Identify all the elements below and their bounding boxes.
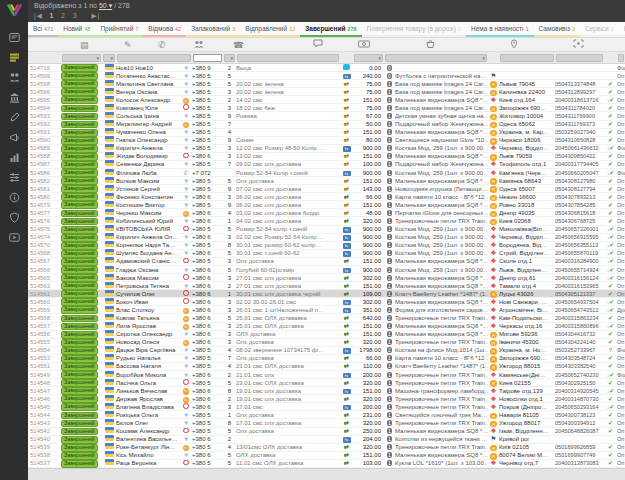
olx-star-icon[interactable]: ✳ xyxy=(183,250,188,256)
olx-star-icon[interactable]: ✳ xyxy=(183,283,188,289)
column-header-basket-icon[interactable] xyxy=(426,39,435,51)
ok-source-icon[interactable] xyxy=(183,274,189,280)
status-tab[interactable]: Завершений278 xyxy=(300,22,361,37)
city-filter[interactable] xyxy=(500,54,554,62)
status-tab[interactable]: Відмова42 xyxy=(143,22,186,37)
ok-source-icon[interactable] xyxy=(183,428,189,434)
sidebar-item-info-icon[interactable] xyxy=(6,189,22,205)
ok-source-icon[interactable] xyxy=(183,153,189,159)
sidebar-item-customers-icon[interactable] xyxy=(6,69,22,85)
olx-star-icon[interactable]: ✳ xyxy=(183,81,188,87)
flag-filter[interactable]: ▾ xyxy=(103,54,115,62)
delivered-check-icon: ✔ xyxy=(609,267,614,273)
olx-star-icon[interactable]: ✳ xyxy=(183,412,188,418)
column-header-money-icon[interactable] xyxy=(358,39,370,51)
phone-filter[interactable] xyxy=(193,54,222,62)
ok-source-icon[interactable] xyxy=(183,104,189,110)
status-tab[interactable]: Сервіси0 xyxy=(580,22,619,37)
olx-star-icon[interactable]: ✳ xyxy=(183,145,188,151)
last-page-button[interactable]: ▶| xyxy=(92,12,101,19)
sidebar-item-bank-icon[interactable] xyxy=(6,89,22,105)
nova-poshta-icon: ❖ xyxy=(491,314,497,321)
customer-name: Роке-Бетанкурт Лін… xyxy=(116,443,180,451)
sidebar-item-stats-icon[interactable] xyxy=(6,149,22,165)
qty-filter[interactable]: ▾ xyxy=(224,54,235,62)
status-tab[interactable]: Самовивіз2 xyxy=(534,22,581,37)
tag-filter[interactable] xyxy=(618,54,624,62)
product-filter[interactable]: ▾ xyxy=(385,54,487,62)
olx-star-icon[interactable]: ✳ xyxy=(183,218,188,224)
comment-filter[interactable] xyxy=(237,54,339,62)
column-header-chat-icon[interactable] xyxy=(313,39,323,51)
olx-star-icon[interactable]: ✳ xyxy=(183,129,188,135)
ok-source-icon[interactable] xyxy=(183,460,189,466)
olx-star-icon[interactable]: ✳ xyxy=(183,113,188,119)
olx-star-icon[interactable]: ✳ xyxy=(183,347,188,353)
items-count-cell: 2 xyxy=(384,314,395,322)
olx-star-icon[interactable]: ✳ xyxy=(183,331,188,337)
sidebar-item-sliders-icon[interactable] xyxy=(6,169,22,185)
olx-star-icon[interactable]: ✳ xyxy=(183,186,188,192)
olx-star-icon[interactable]: ✳ xyxy=(183,242,188,248)
olx-star-icon[interactable]: ✳ xyxy=(183,194,188,200)
items-count-badge: 1 xyxy=(387,363,393,369)
name-filter[interactable] xyxy=(117,54,191,62)
olx-star-icon[interactable]: ✳ xyxy=(183,89,188,95)
ok-source-icon[interactable] xyxy=(183,290,189,296)
price-filter[interactable]: ▾ xyxy=(354,54,383,62)
page-button[interactable]: 3 xyxy=(73,12,78,19)
olx-star-icon[interactable]: ✳ xyxy=(183,137,188,143)
ok-source-icon[interactable] xyxy=(183,258,189,264)
status-tab[interactable]: Нема в наявності1 xyxy=(466,22,534,37)
sidebar-item-video-icon[interactable] xyxy=(6,229,22,245)
column-header-pencil-icon[interactable]: ✎ xyxy=(124,39,132,51)
status-tab[interactable]: Запакований3 xyxy=(186,22,240,37)
page-button[interactable]: 2 xyxy=(61,12,66,19)
sidebar-item-megaphone-icon[interactable] xyxy=(6,129,22,145)
olx-star-icon[interactable]: ✳ xyxy=(183,355,188,361)
sidebar-item-hand-icon[interactable] xyxy=(6,109,22,125)
tab-count: 3 xyxy=(232,26,235,32)
ok-source-icon[interactable] xyxy=(183,403,189,409)
status-tab[interactable]: Прийнятий7 xyxy=(95,22,143,37)
page-button[interactable]: 1 xyxy=(50,12,55,19)
olx-star-icon[interactable]: ✳ xyxy=(183,267,188,273)
per-page-dropdown[interactable]: 50 ▾ xyxy=(99,2,112,9)
status-tab[interactable]: Відправлений12 xyxy=(240,22,300,37)
status-tab[interactable]: В дорозі додому0 xyxy=(619,22,625,37)
ok-source-icon[interactable] xyxy=(183,226,189,232)
contact-source-cell: ✳ xyxy=(180,112,192,120)
column-header-phone-icon[interactable]: ☎ xyxy=(233,39,244,51)
column-header-form-icon[interactable]: ▤ xyxy=(80,39,89,51)
olx-star-icon[interactable]: ✳ xyxy=(183,161,188,167)
olx-star-icon[interactable]: ✳ xyxy=(183,178,188,184)
column-header-scan-icon[interactable] xyxy=(573,39,584,51)
olx-star-icon[interactable]: ✳ xyxy=(183,436,188,442)
column-header-pin-icon[interactable] xyxy=(510,39,518,52)
column-header-people-icon[interactable] xyxy=(194,39,204,51)
status-tab[interactable]: Всі471 xyxy=(28,22,58,37)
first-page-button[interactable]: |◀ xyxy=(34,12,43,19)
olx-star-icon[interactable]: ✳ xyxy=(183,420,188,426)
olx-star-icon[interactable]: ✳ xyxy=(183,234,188,240)
ok-source-icon[interactable] xyxy=(183,298,189,304)
olx-star-icon[interactable]: ✳ xyxy=(183,73,188,79)
olx-star-icon[interactable]: ✳ xyxy=(183,363,188,369)
olx-star-icon[interactable]: ✳ xyxy=(183,202,188,208)
sidebar-item-dashboard-icon[interactable] xyxy=(6,29,22,45)
olx-star-icon[interactable]: ✳ xyxy=(183,372,188,378)
status-filter[interactable]: ▾ xyxy=(62,54,101,62)
ttn-filter[interactable] xyxy=(556,54,603,62)
column-header-ring-phone-icon[interactable]: ✆ xyxy=(158,39,166,51)
app-logo-icon[interactable] xyxy=(6,3,23,21)
ok-source-icon[interactable] xyxy=(183,379,189,385)
sidebar-item-shield-icon[interactable] xyxy=(6,209,22,225)
phone-source-icon[interactable]: ✆ xyxy=(183,170,188,176)
olx-star-icon[interactable]: ✳ xyxy=(183,452,188,458)
olx-star-icon[interactable]: ✳ xyxy=(183,65,188,71)
status-tab[interactable]: Новий48 xyxy=(58,22,95,37)
country-cell xyxy=(102,419,116,427)
status-tab[interactable]: Повернення товару (в дорозі)0 xyxy=(362,22,466,37)
sidebar-item-orders-icon[interactable] xyxy=(6,49,22,65)
order-row[interactable]: 514537ЗавершенийРаца Вероніка+380 5511.0… xyxy=(28,460,625,468)
